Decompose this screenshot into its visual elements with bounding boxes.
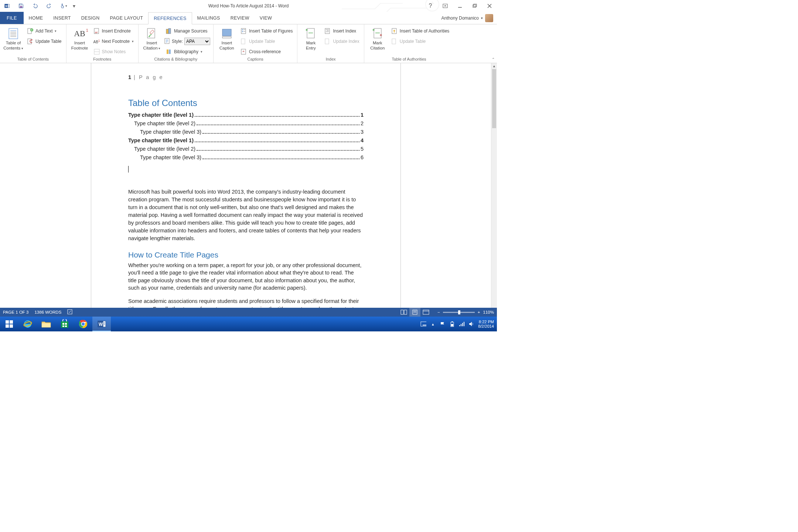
- svg-rect-69: [65, 325, 67, 327]
- mark-entry-icon: [304, 27, 317, 40]
- update-figures-icon: [241, 38, 247, 44]
- svg-rect-28: [167, 50, 168, 54]
- scroll-thumb[interactable]: [492, 69, 496, 128]
- qat-customize-icon[interactable]: ▾: [70, 0, 78, 12]
- insert-index-icon: [325, 28, 331, 34]
- zoom-out-icon[interactable]: −: [437, 310, 440, 314]
- next-footnote-button[interactable]: AB1Next Footnote: [92, 37, 135, 46]
- web-layout-icon[interactable]: [420, 308, 432, 317]
- insert-endnote-button[interactable]: Insert Endnote: [92, 27, 135, 35]
- tray-chevron-icon[interactable]: ▴: [430, 321, 436, 327]
- tab-review[interactable]: REVIEW: [225, 12, 255, 24]
- clock[interactable]: 8:22 PM 8/2/2014: [478, 320, 494, 328]
- touch-mode-icon[interactable]: [56, 0, 70, 12]
- tab-design[interactable]: DESIGN: [76, 12, 105, 24]
- insert-caption-button[interactable]: Insert Caption: [216, 26, 237, 56]
- tab-mailings[interactable]: MAILINGS: [192, 12, 225, 24]
- taskbar: W ▴ 8:22 PM 8/2/2014: [0, 317, 497, 331]
- cross-reference-button[interactable]: Cross-reference: [239, 47, 294, 56]
- maximize-icon[interactable]: [467, 0, 482, 12]
- read-mode-icon[interactable]: [398, 308, 409, 317]
- tab-file[interactable]: FILE: [0, 12, 24, 24]
- view-buttons: [398, 308, 432, 317]
- print-layout-icon[interactable]: [409, 308, 420, 317]
- account-name: Anthony Domanico: [441, 16, 479, 21]
- keyboard-icon[interactable]: [420, 321, 426, 327]
- table-of-contents-button[interactable]: Table of Contents: [3, 26, 24, 56]
- insert-authorities-icon: [392, 28, 398, 34]
- cross-ref-icon: [241, 49, 247, 55]
- svg-rect-79: [421, 322, 426, 326]
- tab-insert[interactable]: INSERT: [48, 12, 76, 24]
- word-icon[interactable]: W: [0, 0, 14, 12]
- start-button[interactable]: [0, 317, 18, 331]
- wifi-icon[interactable]: [459, 321, 465, 327]
- citation-style-select[interactable]: APA: [184, 38, 210, 45]
- toc-entry: Type chapter title (level 3)3: [128, 129, 364, 135]
- toc-entry: Type chapter title (level 1)4: [128, 137, 364, 144]
- toc-entry: Type chapter title (level 3)6: [128, 154, 364, 161]
- scroll-track[interactable]: [491, 69, 497, 313]
- volume-icon[interactable]: [468, 321, 474, 327]
- svg-rect-61: [10, 324, 13, 328]
- zoom-level[interactable]: 110%: [483, 310, 494, 314]
- insert-index-button[interactable]: Insert Index: [323, 27, 361, 35]
- flag-icon[interactable]: [440, 321, 446, 327]
- account-menu[interactable]: Anthony Domanico ▾: [438, 12, 497, 24]
- show-notes-button: Show Notes: [92, 47, 135, 56]
- bibliography-button[interactable]: Bibliography: [164, 47, 210, 56]
- mark-citation-button[interactable]: Mark Citation: [367, 26, 388, 56]
- ie-icon[interactable]: [18, 317, 37, 331]
- svg-rect-75: [103, 321, 106, 327]
- svg-rect-2: [8, 4, 10, 7]
- insert-table-of-figures-button[interactable]: Insert Table of Figures: [239, 27, 294, 35]
- zoom-in-icon[interactable]: +: [478, 310, 480, 314]
- page-count[interactable]: PAGE 1 OF 3: [3, 310, 28, 314]
- svg-rect-49: [392, 39, 396, 44]
- undo-icon[interactable]: [28, 0, 42, 12]
- update-table-button[interactable]: Update Table: [26, 37, 63, 46]
- status-bar: PAGE 1 OF 3 1386 WORDS − + 110%: [0, 308, 497, 317]
- svg-rect-66: [62, 323, 64, 325]
- insert-citation-button[interactable]: Insert Citation: [141, 26, 162, 56]
- manage-sources-button[interactable]: Manage Sources: [164, 27, 210, 35]
- insert-footnote-button[interactable]: AB1 Insert Footnote: [69, 26, 90, 56]
- svg-rect-91: [464, 322, 464, 326]
- word-taskbar-icon[interactable]: W: [92, 317, 111, 331]
- file-explorer-icon[interactable]: [37, 317, 55, 331]
- svg-rect-25: [166, 29, 168, 34]
- group-index: Mark Entry Insert Index Update Index Ind…: [297, 24, 364, 63]
- insert-authorities-button[interactable]: Insert Table of Authorities: [390, 27, 451, 35]
- collapse-ribbon-icon[interactable]: ⌃: [492, 57, 495, 61]
- save-icon[interactable]: [14, 0, 28, 12]
- svg-rect-64: [42, 323, 51, 327]
- tab-page-layout[interactable]: PAGE LAYOUT: [105, 12, 148, 24]
- svg-rect-67: [65, 323, 67, 325]
- document-page[interactable]: 1 | P a g e Table of Contents Type chapt…: [91, 63, 400, 319]
- mark-entry-button[interactable]: Mark Entry: [300, 26, 321, 56]
- vertical-scrollbar[interactable]: ▲ ▼: [491, 63, 497, 319]
- svg-rect-52: [404, 310, 407, 314]
- zoom-slider[interactable]: [443, 312, 475, 313]
- minimize-icon[interactable]: [453, 0, 467, 12]
- battery-icon[interactable]: [449, 321, 455, 327]
- tab-home[interactable]: HOME: [24, 12, 48, 24]
- tab-references[interactable]: REFERENCES: [148, 12, 192, 24]
- toc-entry: Type chapter title (level 2)5: [128, 146, 364, 152]
- svg-rect-9: [474, 4, 477, 7]
- show-notes-icon: [94, 49, 100, 55]
- chrome-icon[interactable]: [74, 317, 92, 331]
- update-index-icon: [325, 38, 331, 44]
- scroll-up-icon[interactable]: ▲: [491, 63, 497, 69]
- word-count[interactable]: 1386 WORDS: [34, 310, 61, 314]
- document-area[interactable]: 1 | P a g e Table of Contents Type chapt…: [0, 63, 491, 319]
- store-icon[interactable]: [55, 317, 74, 331]
- spellcheck-icon[interactable]: [67, 309, 73, 316]
- add-text-button[interactable]: Add Text: [26, 27, 63, 35]
- close-icon[interactable]: [482, 0, 497, 12]
- tab-view[interactable]: VIEW: [255, 12, 277, 24]
- svg-rect-31: [222, 37, 231, 38]
- redo-icon[interactable]: [42, 0, 56, 12]
- svg-rect-58: [6, 320, 9, 324]
- bibliography-icon: [166, 49, 172, 55]
